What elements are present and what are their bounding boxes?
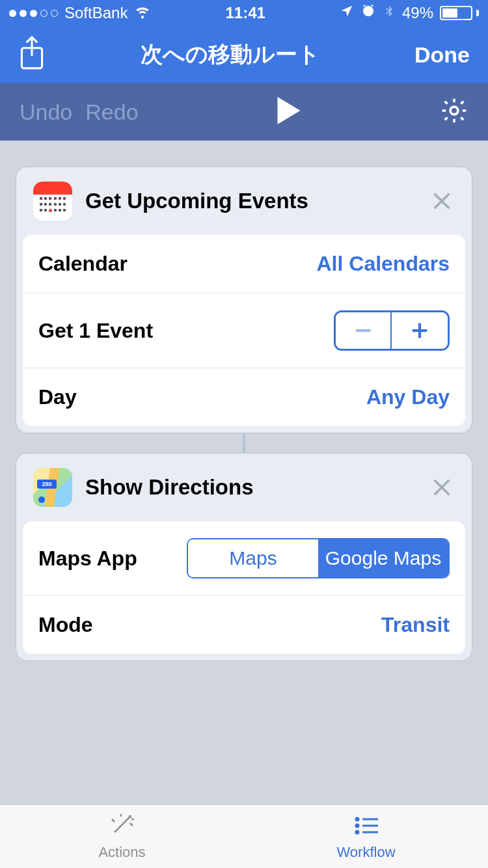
carrier-label: SoftBank xyxy=(64,4,128,22)
done-button[interactable]: Done xyxy=(414,42,470,68)
maps-app-icon: 280 xyxy=(33,468,72,507)
row-day[interactable]: Day Any Day xyxy=(23,368,465,426)
tab-label: Actions xyxy=(98,844,145,861)
tab-label: Workflow xyxy=(336,844,395,861)
bluetooth-icon xyxy=(383,3,396,23)
row-calendar[interactable]: Calendar All Calendars xyxy=(23,235,465,293)
nav-bar: 次への移動ルート Done xyxy=(0,26,488,83)
location-icon xyxy=(340,4,354,22)
segment-maps[interactable]: Maps xyxy=(188,539,318,577)
clock-label: 11:41 xyxy=(225,4,265,22)
battery-icon xyxy=(440,6,479,20)
svg-point-21 xyxy=(356,831,359,834)
row-label: Day xyxy=(38,385,77,409)
row-label: Calendar xyxy=(38,252,128,276)
tab-workflow[interactable]: Workflow xyxy=(244,805,488,868)
play-button[interactable] xyxy=(277,97,301,127)
wifi-icon xyxy=(134,3,151,23)
workflow-canvas[interactable]: Get Upcoming Events Calendar All Calenda… xyxy=(0,141,488,804)
svg-line-11 xyxy=(115,817,130,832)
card-title: Get Upcoming Events xyxy=(85,189,416,213)
row-maps-app: Maps App Maps Google Maps xyxy=(23,521,465,596)
stepper-plus-button[interactable] xyxy=(392,312,448,349)
edit-toolbar: Undo Redo xyxy=(0,83,488,141)
redo-button[interactable]: Redo xyxy=(85,100,138,125)
tab-bar: Actions Workflow xyxy=(0,804,488,868)
svg-line-13 xyxy=(112,819,115,822)
card-title: Show Directions xyxy=(85,475,416,500)
battery-pct-label: 49% xyxy=(402,4,433,22)
svg-line-14 xyxy=(130,823,133,826)
svg-point-12 xyxy=(129,816,131,817)
svg-point-19 xyxy=(356,824,359,827)
row-mode[interactable]: Mode Transit xyxy=(23,596,465,654)
share-button[interactable] xyxy=(18,36,46,74)
signal-dots-icon xyxy=(9,10,58,17)
wand-icon xyxy=(108,813,137,843)
event-count-stepper xyxy=(334,310,450,351)
action-card-show-directions[interactable]: 280 Show Directions Maps App Maps Google… xyxy=(16,453,472,661)
svg-marker-2 xyxy=(278,97,301,124)
card-connector xyxy=(243,433,245,453)
remove-card-button[interactable] xyxy=(429,188,455,214)
row-value: All Calendars xyxy=(316,252,450,276)
row-value: Transit xyxy=(381,613,450,637)
svg-point-3 xyxy=(450,107,458,115)
status-bar: SoftBank 11:41 49% xyxy=(0,0,488,26)
maps-app-segmented: Maps Google Maps xyxy=(187,538,450,578)
row-value: Any Day xyxy=(366,385,450,409)
remove-card-button[interactable] xyxy=(429,474,455,500)
tab-actions[interactable]: Actions xyxy=(0,805,244,868)
row-label: Get 1 Event xyxy=(38,319,153,343)
row-event-count: Get 1 Event xyxy=(23,293,465,368)
stepper-minus-button[interactable] xyxy=(336,312,392,349)
alarm-icon xyxy=(360,3,376,23)
row-label: Maps App xyxy=(38,547,137,571)
page-title: 次への移動ルート xyxy=(46,40,414,70)
list-icon xyxy=(352,813,381,843)
action-card-get-upcoming-events[interactable]: Get Upcoming Events Calendar All Calenda… xyxy=(16,167,472,433)
svg-point-17 xyxy=(356,818,359,821)
segment-google-maps[interactable]: Google Maps xyxy=(318,539,448,577)
settings-button[interactable] xyxy=(440,116,468,127)
row-label: Mode xyxy=(38,613,93,637)
undo-button[interactable]: Undo xyxy=(20,100,72,125)
calendar-app-icon xyxy=(33,182,72,221)
